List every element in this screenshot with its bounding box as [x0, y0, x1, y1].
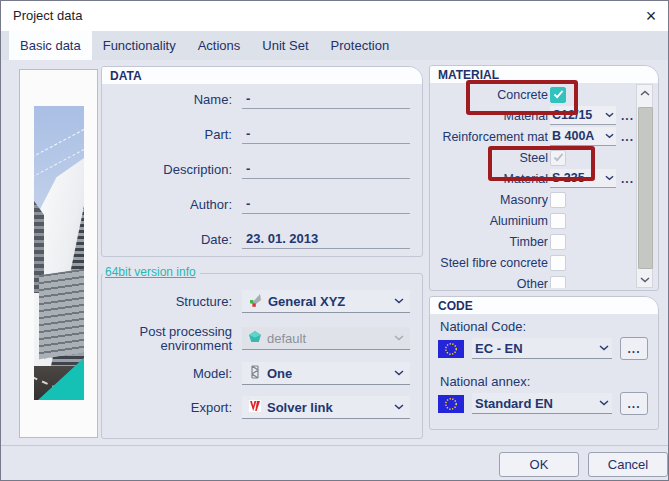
chevron-down-icon[interactable]	[605, 133, 614, 139]
national-annex-label: National annex:	[440, 374, 658, 389]
postprocessing-icon	[248, 330, 262, 347]
masonry-checkbox[interactable]	[550, 192, 566, 208]
preview-panel	[19, 69, 98, 438]
eu-flag-icon	[438, 395, 464, 413]
chevron-down-icon[interactable]	[605, 175, 614, 181]
concrete-material-select[interactable]: C12/15	[550, 106, 616, 125]
reinforcement-material-more-button[interactable]: ...	[621, 130, 634, 144]
model-select[interactable]: One	[242, 362, 410, 385]
scrollbar-thumb[interactable]	[638, 107, 653, 269]
tab-basic-data[interactable]: Basic data	[9, 31, 92, 60]
other-checkbox[interactable]	[550, 276, 566, 289]
steel-checkbox	[550, 150, 566, 166]
building-photo	[34, 106, 84, 400]
part-label: Part:	[102, 128, 242, 142]
close-icon[interactable]: ×	[634, 1, 668, 31]
material-row-concrete: Concrete	[430, 84, 658, 105]
structure-select[interactable]: General XYZ	[242, 290, 410, 313]
material-scrollbar[interactable]	[636, 84, 653, 288]
eu-flag-icon	[438, 340, 464, 358]
chevron-down-icon[interactable]	[599, 345, 609, 351]
tab-unit-set[interactable]: Unit Set	[251, 31, 319, 60]
national-annex-select[interactable]: Standard EN	[472, 393, 612, 414]
tab-functionality[interactable]: Functionality	[92, 31, 187, 60]
part-input[interactable]: -	[242, 126, 410, 144]
description-label: Description:	[102, 163, 242, 177]
project-data-dialog: Project data × Basic data Functionality …	[0, 0, 669, 481]
export-icon	[248, 399, 262, 416]
structure-row: Structure: General XYZ	[102, 290, 422, 313]
material-row-steel: Steel	[430, 147, 658, 168]
postprocessing-select: default	[242, 327, 410, 350]
structure-label: Structure:	[102, 295, 242, 309]
footer-separator	[1, 445, 668, 446]
material-row-other: Other	[430, 273, 658, 288]
material-row-aluminium: Aluminium	[430, 210, 658, 231]
code-group: CODE National Code: EC - EN ... National…	[429, 296, 659, 430]
cancel-button[interactable]: Cancel	[588, 452, 668, 477]
author-row: Author: -	[102, 195, 422, 214]
tab-strip: Basic data Functionality Actions Unit Se…	[1, 31, 668, 60]
aluminium-checkbox[interactable]	[550, 213, 566, 229]
material-row-timber: Timber	[430, 231, 658, 252]
model-icon	[248, 365, 262, 382]
chevron-down-icon	[394, 335, 404, 341]
name-row: Name: -	[102, 90, 422, 109]
postprocessing-row: Post processing environment default	[102, 325, 422, 352]
date-input[interactable]: 23. 01. 2013	[242, 231, 410, 249]
structure-icon	[248, 292, 263, 310]
export-select[interactable]: Solver link	[242, 396, 410, 419]
tab-actions[interactable]: Actions	[187, 31, 252, 60]
chevron-down-icon[interactable]	[394, 370, 404, 376]
material-group-title: MATERIAL	[430, 66, 658, 83]
name-label: Name:	[102, 93, 242, 107]
concrete-checkbox[interactable]	[550, 87, 566, 103]
steel-material-more-button[interactable]: ...	[621, 172, 634, 186]
model-row: Model: One	[102, 362, 422, 385]
date-row: Date: 23. 01. 2013	[102, 230, 422, 249]
data-group-title: DATA	[102, 67, 422, 84]
author-label: Author:	[102, 198, 242, 212]
timber-checkbox[interactable]	[550, 234, 566, 250]
scroll-up-icon[interactable]	[637, 85, 652, 100]
scroll-down-icon[interactable]	[637, 272, 652, 287]
concrete-material-more-button[interactable]: ...	[621, 109, 634, 123]
name-input[interactable]: -	[242, 91, 410, 109]
part-row: Part: -	[102, 125, 422, 144]
material-row-masonry: Masonry	[430, 189, 658, 210]
description-input[interactable]: -	[242, 161, 410, 179]
dialog-title: Project data	[13, 8, 82, 23]
material-row-steel-material: Material S 235 ...	[430, 168, 658, 189]
date-label: Date:	[102, 233, 242, 247]
national-code-select[interactable]: EC - EN	[472, 338, 612, 359]
steel-material-select[interactable]: S 235	[550, 169, 616, 188]
national-code-more-button[interactable]: ...	[620, 337, 648, 360]
material-row-concrete-material: Material C12/15 ...	[430, 105, 658, 126]
material-row-steel-fibre: Steel fibre concrete	[430, 252, 658, 273]
national-code-label: National Code:	[440, 319, 658, 334]
ok-button[interactable]: OK	[499, 452, 579, 477]
material-group: MATERIAL Concrete Material C12/15 ... Re…	[429, 65, 659, 291]
national-annex-row: Standard EN ...	[438, 392, 648, 415]
export-row: Export: Solver link	[102, 396, 422, 419]
model-label: Model:	[102, 367, 242, 381]
postprocessing-label: Post processing environment	[102, 325, 242, 352]
version-info-link[interactable]: 64bit version info	[103, 265, 200, 279]
material-row-reinforcement: Reinforcement mat B 400A ...	[430, 126, 658, 147]
chevron-down-icon[interactable]	[605, 112, 614, 118]
description-row: Description: -	[102, 160, 422, 179]
export-label: Export:	[102, 401, 242, 415]
chevron-down-icon[interactable]	[394, 298, 404, 304]
chevron-down-icon[interactable]	[599, 400, 609, 406]
steel-fibre-checkbox[interactable]	[550, 255, 566, 271]
title-bar: Project data ×	[1, 1, 668, 31]
chevron-down-icon[interactable]	[394, 404, 404, 410]
author-input[interactable]: -	[242, 196, 410, 214]
tab-protection[interactable]: Protection	[320, 31, 401, 60]
data-group: DATA Name: - Part: - Description: - Auth…	[101, 66, 423, 257]
code-group-title: CODE	[430, 297, 658, 314]
settings-group: Structure: General XYZ Post processing e…	[101, 273, 423, 439]
reinforcement-material-select[interactable]: B 400A	[550, 127, 616, 146]
national-annex-more-button[interactable]: ...	[620, 392, 648, 415]
national-code-row: EC - EN ...	[438, 337, 648, 360]
